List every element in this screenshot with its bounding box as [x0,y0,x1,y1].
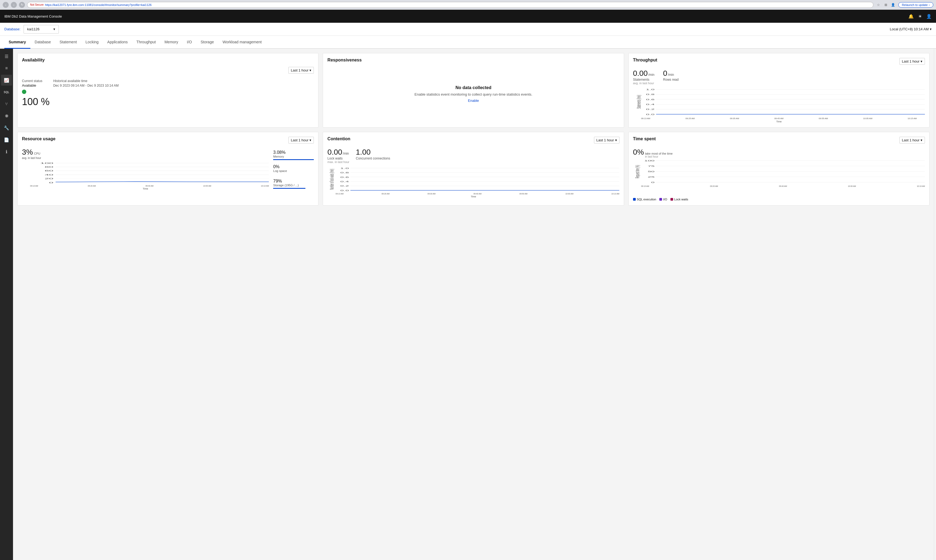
time-spent-chart: 100 75 50 25 0 Request time (%) 09:13 AM… [633,158,925,195]
legend-sql-label: SQL execution [637,198,656,201]
contention-x-label: Time [327,195,619,198]
svg-text:60: 60 [45,170,53,172]
svg-text:0.2: 0.2 [340,185,349,187]
concurrent-label: Concurrent connections [356,157,390,160]
time-spent-x-labels: 09:13 AM09:20 AM09:40 AM10:00 AM10:13 AM [633,185,925,187]
tab-locking[interactable]: Locking [81,36,103,49]
svg-text:100: 100 [40,162,53,164]
scrollbar[interactable] [934,49,936,560]
historical-label: Historical available time [53,79,119,83]
legend-lock-label: Lock waits [674,198,688,201]
throughput-header: Throughput Last 1 hour ▾ [633,58,925,65]
database-bar: Database: kai1126 ▾ Local (UTC+8) 10:14 … [0,23,936,36]
tab-summary[interactable]: Summary [4,36,30,49]
no-data-title: No data collected [455,85,491,90]
browser-actions: ☆ ⊞ 👤 [876,2,896,8]
sidebar: ☰ ≡ 📈 SQL ⑂ ❋ 🔧 📄 ℹ [0,49,13,560]
legend-sql: SQL execution [633,198,656,201]
contention-chart: 1.0 0.8 0.6 0.4 0.2 0.0 Number of lock w… [327,166,619,201]
sidebar-icon-monitor[interactable]: 📈 [1,75,12,86]
tab-statement[interactable]: Statement [55,36,81,49]
statements-metric: 0.00 /min Statements avg. in last hour [633,69,654,85]
contention-x-labels: 09:13 AM09:20 AM09:30 AM09:40 AM09:50 AM… [327,193,619,195]
sidebar-icon-menu[interactable]: ☰ [1,51,12,62]
nav-tabs: Summary Database Statement Locking Appli… [0,36,936,49]
enable-link[interactable]: Enable [468,98,479,103]
sidebar-icon-sql[interactable]: SQL [1,87,12,97]
storage-percent: 79% [273,179,314,184]
svg-text:0: 0 [651,181,654,183]
resource-time-selector[interactable]: Last 1 hour ▾ [288,137,314,143]
tab-applications[interactable]: Applications [103,36,132,49]
time-spent-sublabel: in last hour [645,155,672,158]
sidebar-icon-list[interactable]: ≡ [1,63,12,74]
resource-content: 3% CPU avg. in last hour 100 80 60 [22,148,314,190]
forward-button[interactable]: › [11,2,17,8]
resource-time-label: Last 1 hour [291,138,308,142]
svg-text:1.0: 1.0 [340,167,349,169]
relaunch-button[interactable]: Relaunch to update › [898,2,933,8]
user-icon[interactable]: 👤 [926,14,932,19]
time-spent-legend: SQL execution I/O Lock waits [633,198,925,201]
resource-header: Resource usage Last 1 hour ▾ [22,137,314,143]
content-area: Availability Last 1 hour ▾ Current statu… [13,49,934,560]
svg-text:0.2: 0.2 [646,108,655,111]
sidebar-icon-tools[interactable]: 🔧 [1,122,12,133]
svg-text:40: 40 [45,174,53,176]
back-button[interactable]: ‹ [3,2,9,8]
star-button[interactable]: ☆ [876,2,882,8]
timezone-label: Local (UTC+8) 10:14 AM [890,27,929,31]
time-spent-label: take most of the time [645,152,672,155]
sidebar-icon-cluster[interactable]: ❋ [1,111,12,121]
availability-header: Availability [22,58,314,65]
cpu-sublabel: avg. in last hour [22,157,269,160]
tab-io[interactable]: I/O [183,36,196,49]
throughput-title: Throughput [633,58,657,63]
profile-button[interactable]: 👤 [890,2,896,8]
reload-button[interactable]: ↻ [19,2,25,8]
memory-metric: 3.08% Memory [273,150,314,160]
browser-bar: ‹ › ↻ Not Secure https://kai12071.fyre.i… [0,0,936,10]
tab-database[interactable]: Database [30,36,55,49]
tab-memory[interactable]: Memory [160,36,183,49]
sidebar-icon-document[interactable]: 📄 [1,134,12,145]
throughput-time-selector[interactable]: Last 1 hour ▾ [899,58,925,65]
legend-io-dot [659,198,662,201]
responsiveness-title: Responsiveness [327,58,619,63]
lock-waits-value: 0.00 [327,148,342,157]
rows-label: Rows read [663,78,678,82]
svg-text:75: 75 [648,165,654,167]
throughput-card: Throughput Last 1 hour ▾ 0.00 /min State… [628,53,930,128]
database-selector[interactable]: kai1126 ▾ [23,25,59,34]
availability-time-selector[interactable]: Last 1 hour ▾ [288,67,314,74]
time-arrow: ▾ [921,59,922,63]
time-spent-time-selector[interactable]: Last 1 hour ▾ [899,137,925,143]
address-bar[interactable]: Not Secure https://kai12071.fyre.ibm.com… [27,2,873,8]
sidebar-icon-info[interactable]: ℹ [1,146,12,157]
tab-workload[interactable]: Workload management [218,36,266,49]
contention-card: Contention Last 1 hour ▾ 0.00 /min Lock … [323,132,624,206]
cpu-chart: 100 80 60 40 20 0 [22,161,269,185]
notifications-icon[interactable]: 🔔 [908,14,914,19]
logspace-label: Log space [273,169,314,172]
storage-bar [273,188,305,189]
concurrent-metric: 1.00 Concurrent connections [356,148,390,163]
lock-waits-sublabel: max. in last hour [327,160,349,163]
svg-text:25: 25 [648,176,654,178]
extensions-button[interactable]: ⊞ [883,2,889,8]
throughput-x-axis-label: Time [633,120,925,123]
timezone-selector[interactable]: Local (UTC+8) 10:14 AM ▾ [890,27,932,31]
sidebar-icon-branch[interactable]: ⑂ [1,98,12,109]
time-spent-card: Time spent Last 1 hour ▾ 0% take most of… [628,132,930,206]
resource-usage-card: Resource usage Last 1 hour ▾ 3% CPU avg.… [17,132,318,206]
tab-throughput[interactable]: Throughput [132,36,160,49]
tab-storage[interactable]: Storage [196,36,218,49]
time-spent-title: Time spent [633,137,656,142]
settings-icon[interactable]: ☀ [918,14,922,19]
svg-text:0.8: 0.8 [340,172,349,174]
lock-waits-metric: 0.00 /min Lock waits max. in last hour [327,148,349,163]
lock-waits-unit: /min [343,152,349,155]
timezone-arrow: ▾ [930,27,932,31]
available-indicator [22,90,26,94]
contention-time-selector[interactable]: Last 1 hour ▾ [594,137,620,143]
